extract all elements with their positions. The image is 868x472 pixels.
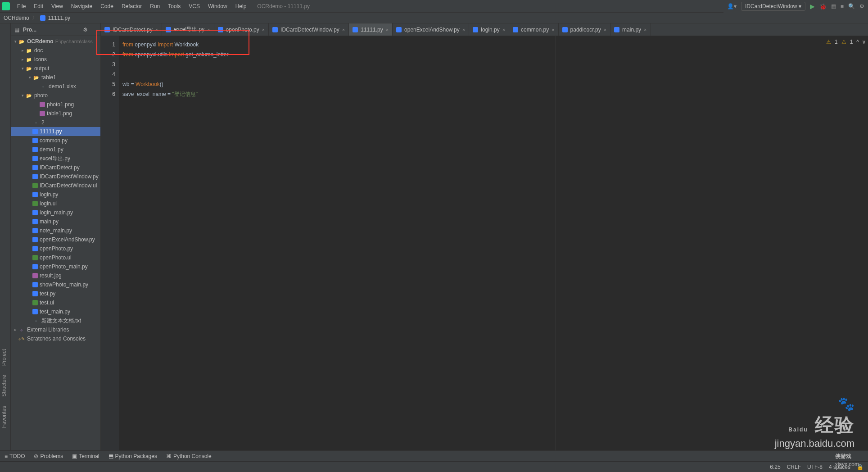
- close-tab-icon[interactable]: ×: [342, 27, 345, 32]
- run-config-selector[interactable]: IDCardDetectWindow ▾: [741, 2, 805, 11]
- close-tab-icon[interactable]: ×: [207, 27, 210, 32]
- run-button[interactable]: ▶: [810, 3, 815, 10]
- run-coverage-icon[interactable]: ▦: [831, 3, 836, 9]
- tree-file-excel[interactable]: excel导出.py: [11, 154, 100, 163]
- tree-scratches[interactable]: ✎Scratches and Consoles: [11, 334, 100, 343]
- prev-highlight-icon[interactable]: ^: [856, 39, 859, 45]
- tree-folder-output[interactable]: ▾output: [11, 64, 100, 73]
- close-tab-icon[interactable]: ×: [262, 27, 265, 32]
- menu-run[interactable]: Run: [146, 1, 163, 11]
- tree-file-openphoto[interactable]: openPhoto.py: [11, 244, 100, 253]
- menu-file[interactable]: File: [14, 1, 29, 11]
- tree-file-testmain[interactable]: test_main.py: [11, 307, 100, 316]
- close-tab-icon[interactable]: ×: [644, 27, 646, 32]
- terminal-toolwindow[interactable]: ▣Terminal: [72, 453, 99, 459]
- tree-file-demo1xlsx[interactable]: demo1.xlsx: [11, 82, 100, 91]
- hide-icon[interactable]: —: [91, 27, 97, 33]
- todo-toolwindow[interactable]: ≡TODO: [5, 453, 25, 459]
- menu-refactor[interactable]: Refactor: [118, 1, 145, 11]
- tree-file-table1png[interactable]: table1.png: [11, 109, 100, 118]
- tree-file-newtxt[interactable]: 新建文本文档.txt: [11, 316, 100, 325]
- tree-file-11111[interactable]: 11111.py: [11, 127, 100, 136]
- todo-icon: ≡: [5, 453, 8, 459]
- tab-login[interactable]: login.py×: [469, 23, 509, 36]
- tree-file-showphoto[interactable]: showPhoto_main.py: [11, 280, 100, 289]
- menu-navigate[interactable]: Navigate: [68, 1, 96, 11]
- close-tab-icon[interactable]: ×: [155, 27, 158, 32]
- menu-help[interactable]: Help: [232, 1, 250, 11]
- tree-file-openphotoui[interactable]: openPhoto.ui: [11, 253, 100, 262]
- tab-openexcel[interactable]: openExcelAndShow.py×: [393, 23, 469, 36]
- tree-external-libraries[interactable]: ▸External Libraries: [11, 325, 100, 334]
- tab-openphoto[interactable]: openPhoto.py×: [214, 23, 269, 36]
- project-toolwindow-tab[interactable]: Project: [0, 345, 8, 370]
- code-content[interactable]: from openpyxl import Workbook from openp…: [119, 36, 868, 450]
- tree-file-loginui[interactable]: login.ui: [11, 199, 100, 208]
- tab-idcardwindow[interactable]: IDCardDetectWindow.py×: [269, 23, 349, 36]
- tree-file-idcardwin[interactable]: IDCardDetectWindow.py: [11, 172, 100, 181]
- tree-folder-photo[interactable]: ▾photo: [11, 91, 100, 100]
- tree-file-openphotomain[interactable]: openPhoto_main.py: [11, 262, 100, 271]
- close-tab-icon[interactable]: ×: [604, 27, 606, 32]
- menu-code[interactable]: Code: [97, 1, 117, 11]
- python-file-icon: [513, 27, 518, 32]
- tab-idcarddetect[interactable]: IDCardDetect.py×: [101, 23, 162, 36]
- tree-file-notemain[interactable]: note_main.py: [11, 226, 100, 235]
- close-tab-icon[interactable]: ×: [502, 27, 505, 32]
- tree-file-photo1[interactable]: photo1.png: [11, 100, 100, 109]
- user-icon[interactable]: 👤▾: [727, 3, 737, 9]
- debug-button[interactable]: 🐞: [819, 3, 827, 10]
- problems-toolwindow[interactable]: ⊘Problems: [34, 453, 63, 459]
- tree-file-result[interactable]: result.jpg: [11, 271, 100, 280]
- menu-view[interactable]: View: [48, 1, 67, 11]
- tab-common[interactable]: common.py×: [509, 23, 558, 36]
- tree-file-login[interactable]: login.py: [11, 190, 100, 199]
- tree-file-demo1[interactable]: demo1.py: [11, 145, 100, 154]
- inspections-widget[interactable]: ⚠1 ⚠1 ^ v: [826, 39, 865, 45]
- close-tab-icon[interactable]: ×: [462, 27, 465, 32]
- tree-file-main[interactable]: main.py: [11, 217, 100, 226]
- tree-root[interactable]: ▾OCRdemoF:\pycharm\class: [11, 37, 100, 46]
- encoding[interactable]: UTF-8: [807, 464, 823, 470]
- tree-file-loginmain[interactable]: login_main.py: [11, 208, 100, 217]
- close-tab-icon[interactable]: ×: [386, 27, 389, 32]
- close-tab-icon[interactable]: ×: [552, 27, 554, 32]
- menu-edit[interactable]: Edit: [30, 1, 47, 11]
- tree-file-testui[interactable]: test.ui: [11, 298, 100, 307]
- python-console-toolwindow[interactable]: ⌘Python Console: [166, 453, 212, 459]
- breadcrumb-file[interactable]: 11111.py: [48, 15, 70, 21]
- panel-select-icon[interactable]: ▤: [14, 27, 19, 33]
- project-panel-header: ▤ Pro... ⚙ —: [11, 23, 100, 36]
- tree-folder-icons[interactable]: ▸icons: [11, 55, 100, 64]
- stop-button[interactable]: ■: [841, 3, 844, 9]
- tree-file-test[interactable]: test.py: [11, 289, 100, 298]
- tree-folder-table1[interactable]: ▾table1: [11, 73, 100, 82]
- panel-title[interactable]: Pro...: [23, 27, 36, 33]
- settings-icon[interactable]: ⚙: [859, 3, 864, 9]
- structure-toolwindow-tab[interactable]: Structure: [0, 370, 10, 401]
- tree-file-common[interactable]: common.py: [11, 136, 100, 145]
- code-editor[interactable]: 123456 from openpyxl import Workbook fro…: [101, 36, 868, 450]
- tree-file-idcard[interactable]: IDCardDetect.py: [11, 163, 100, 172]
- menu-tools[interactable]: Tools: [164, 1, 184, 11]
- tree-file-2[interactable]: 2: [11, 118, 100, 127]
- tab-paddleocr[interactable]: paddleocr.py×: [559, 23, 611, 36]
- menu-vcs[interactable]: VCS: [185, 1, 203, 11]
- tab-11111[interactable]: 11111.py×: [349, 23, 393, 36]
- line-separator[interactable]: CRLF: [787, 464, 801, 470]
- python-packages-toolwindow[interactable]: ⬒Python Packages: [108, 453, 157, 459]
- tab-excel[interactable]: excel导出.py×: [162, 23, 214, 36]
- favorites-toolwindow-tab[interactable]: Favorites: [0, 401, 10, 432]
- tree-file-openexcel[interactable]: openExcelAndShow.py: [11, 235, 100, 244]
- search-icon[interactable]: 🔍: [848, 3, 855, 9]
- breadcrumb-root[interactable]: OCRdemo: [4, 15, 29, 21]
- python-file-icon: [218, 27, 223, 32]
- tree-file-idcardwinui[interactable]: IDCardDetectWindow.ui: [11, 181, 100, 190]
- menu-window[interactable]: Window: [204, 1, 231, 11]
- tree-folder-doc[interactable]: ▸doc: [11, 46, 100, 55]
- caret-position[interactable]: 6:25: [770, 464, 780, 470]
- gear-icon[interactable]: ⚙: [83, 27, 88, 33]
- next-highlight-icon[interactable]: v: [863, 39, 865, 45]
- tab-main[interactable]: main.py×: [610, 23, 651, 36]
- project-tree[interactable]: ▾OCRdemoF:\pycharm\class ▸doc ▸icons ▾ou…: [11, 36, 100, 344]
